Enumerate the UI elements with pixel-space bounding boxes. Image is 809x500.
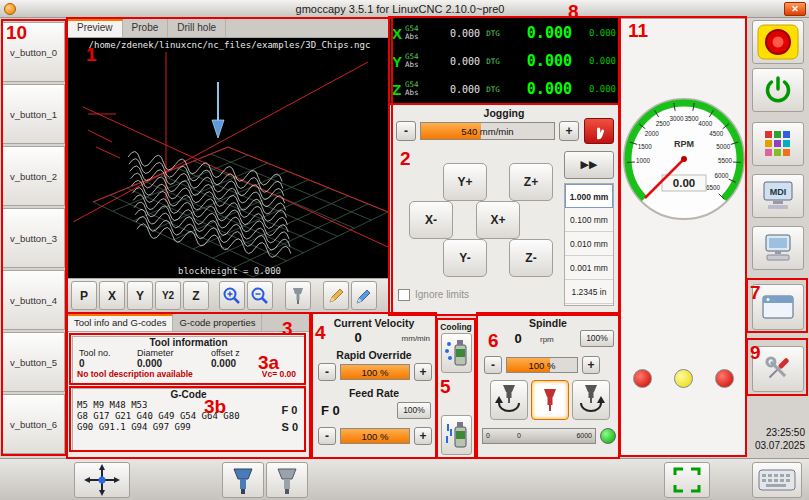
mode-auto-button[interactable] [752, 226, 804, 270]
axis-position-value: 0.000 [506, 52, 572, 70]
tab-tool-info[interactable]: Tool info and G-codes [68, 314, 173, 331]
tab-probe[interactable]: Probe [123, 19, 169, 37]
titlebar: gmoccapy 3.5.1 for LinuxCNC 2.10.0~pre0 … [0, 0, 809, 18]
jog-speed-slider[interactable]: 540 mm/min [420, 122, 555, 140]
view-y-button[interactable]: Y [127, 281, 153, 310]
spindle-ccw-button[interactable] [490, 380, 528, 420]
velocity-panel: Current Velocity 0 mm/min Rapid Override… [312, 313, 436, 458]
gremlin-3d-preview[interactable]: blockheight = 0.000 [68, 52, 391, 278]
sidebar-v-button-5[interactable]: v_button_5 [2, 332, 65, 392]
tool-change-button[interactable] [266, 462, 308, 498]
sidebar-v-button-2[interactable]: v_button_2 [2, 146, 65, 206]
spindle-speed-scale[interactable]: 0 0 6000 [482, 428, 596, 444]
jog-speed-minus-button[interactable]: - [396, 121, 416, 141]
jog-z-minus-button[interactable]: Z- [509, 239, 553, 277]
gray-tool-icon [274, 465, 300, 495]
jog-z-plus-button[interactable]: Z+ [509, 163, 553, 201]
svg-text:2000: 2000 [645, 130, 660, 137]
sidebar-v-button-1[interactable]: v_button_1 [2, 84, 65, 144]
sidebar-v-button-3[interactable]: v_button_3 [2, 208, 65, 268]
current-velocity-value: 0 [333, 330, 383, 345]
tab-drill-hole[interactable]: Drill hole [168, 19, 226, 37]
spindle-override-value: 100 % [507, 358, 577, 372]
jog-speed-plus-button[interactable]: + [559, 121, 579, 141]
app-icon [4, 3, 16, 15]
tab-gcode-properties[interactable]: G-code properties [173, 314, 262, 331]
sidebar-v-button-6[interactable]: v_button_6 [2, 394, 65, 454]
rapid-override-slider[interactable]: 100 % [340, 364, 410, 380]
view-p-button[interactable]: P [71, 281, 97, 310]
gmoccapy-window: gmoccapy 3.5.1 for LinuxCNC 2.10.0~pre0 … [0, 0, 809, 500]
spindle-override-slider[interactable]: 100 % [506, 357, 578, 373]
feed-plus-button[interactable]: + [414, 427, 432, 445]
mist-icon [444, 336, 470, 370]
mist-button[interactable] [441, 333, 472, 373]
view-x-button[interactable]: X [99, 281, 125, 310]
jog-rapid-button[interactable]: ▶▶ [564, 151, 614, 179]
machine-on-button[interactable] [752, 68, 804, 112]
fullscreen-button[interactable] [664, 462, 710, 498]
jog-y-minus-button[interactable]: Y- [443, 239, 487, 277]
mode-mdi-button[interactable]: MDI [752, 174, 804, 218]
jog-x-minus-button[interactable]: X- [409, 201, 453, 239]
close-button[interactable]: ✕ [784, 2, 806, 16]
sidebar-v-button-4[interactable]: v_button_4 [2, 270, 65, 330]
flood-button[interactable] [441, 415, 472, 455]
clear-plot-button[interactable] [285, 281, 311, 310]
current-velocity-title: Current Velocity [313, 317, 435, 329]
edit-gcode-button[interactable] [323, 281, 349, 310]
spindle-stop-button[interactable] [531, 380, 569, 420]
touch-jog-button[interactable] [584, 118, 614, 144]
feed-reset-button[interactable]: 100% [397, 402, 431, 419]
redraw-button[interactable] [351, 281, 377, 310]
jog-increment-list: 1.000 mm 0.100 mm 0.010 mm 0.001 mm 1.23… [564, 183, 614, 306]
vc-value: Vc= 0.00 [262, 369, 296, 379]
show-dialogs-button[interactable] [752, 284, 804, 330]
spindle-minus-button[interactable]: - [484, 356, 502, 374]
zoom-out-button[interactable] [247, 281, 273, 310]
increment-item[interactable]: 0.100 mm [565, 208, 613, 232]
feed-rate-slider[interactable]: 100 % [340, 428, 410, 444]
preview-tabs: Preview Probe Drill hole [68, 19, 391, 38]
clock-time: 23:25:50 [755, 426, 805, 439]
spindle-plus-button[interactable]: + [582, 356, 600, 374]
jog-speed-value: 540 mm/min [421, 123, 554, 139]
dro-panel[interactable]: X G54Abs 0.000 DTG 0.000 0.000 Y G54Abs … [389, 18, 619, 104]
sidebar-v-button-0[interactable]: v_button_0 [2, 22, 65, 82]
tool-measure-button[interactable] [222, 462, 264, 498]
mode-manual-button[interactable] [752, 122, 804, 166]
scale-min: 0 [486, 432, 490, 439]
no-tool-description: No tool description available [77, 369, 193, 379]
tab-preview[interactable]: Preview [68, 19, 123, 37]
axis-letter: Y [392, 53, 405, 70]
rapid-plus-button[interactable]: + [414, 363, 432, 381]
increment-item[interactable]: 0.001 mm [565, 256, 613, 280]
keyboard-button[interactable] [752, 462, 802, 498]
zoom-in-button[interactable] [219, 281, 245, 310]
rpm-gauge: 1000150020002500300035004000450050005500… [622, 97, 746, 221]
dtg-label: DTG [480, 29, 506, 38]
jog-x-plus-button[interactable]: X+ [476, 201, 520, 239]
touch-off-button[interactable] [74, 462, 130, 498]
increment-item[interactable]: 1.000 mm [565, 184, 613, 208]
view-z-button[interactable]: Z [183, 281, 209, 310]
feed-rate-title: Feed Rate [313, 387, 435, 399]
increment-item[interactable]: 0.010 mm [565, 232, 613, 256]
increment-item[interactable]: 1.2345 in [565, 280, 613, 304]
zoom-in-icon [222, 286, 242, 306]
spindle-reset-button[interactable]: 100% [580, 330, 614, 347]
jog-y-plus-button[interactable]: Y+ [443, 163, 487, 201]
settings-tools-button[interactable] [752, 346, 804, 392]
ignore-limits-checkbox[interactable] [398, 289, 410, 301]
diameter-value: 0.000 [137, 358, 211, 369]
spindle-cw-button[interactable] [572, 380, 610, 420]
rapid-minus-button[interactable]: - [318, 363, 336, 381]
feed-minus-button[interactable]: - [318, 427, 336, 445]
dtg-value: 0.000 [572, 84, 616, 94]
axis-position-value: 0.000 [506, 24, 572, 42]
clock: 23:25:50 03.07.2025 [755, 426, 805, 452]
rapid-override-value: 100 % [341, 365, 409, 379]
svg-text:6000: 6000 [714, 172, 729, 179]
view-y2-button[interactable]: Y2 [155, 281, 181, 310]
estop-button[interactable] [752, 20, 804, 64]
